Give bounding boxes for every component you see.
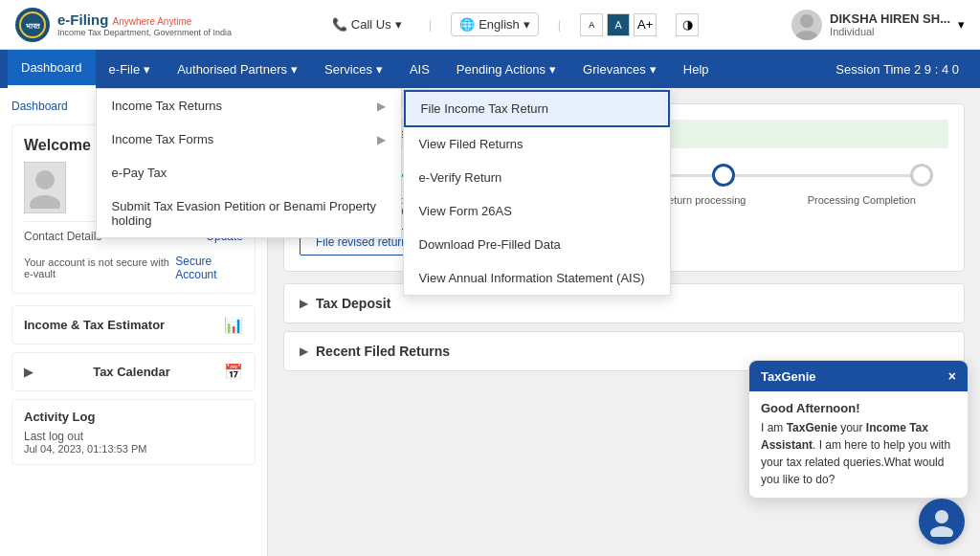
tax-calendar-section[interactable]: ▶ Tax Calendar 📅: [11, 352, 256, 391]
globe-icon: 🌐: [459, 17, 475, 32]
font-large-button[interactable]: A+: [634, 13, 657, 36]
svg-point-6: [935, 510, 948, 523]
call-us-label: Call Us: [351, 17, 391, 32]
submenu-arrow: ▶: [377, 100, 386, 113]
contrast-button[interactable]: ◑: [676, 13, 699, 36]
view-filed-label: View Filed Returns: [419, 137, 523, 151]
chatbot-close-button[interactable]: ×: [948, 368, 956, 384]
svg-text:भारत: भारत: [26, 22, 40, 31]
language-button[interactable]: 🌐 English ▾: [451, 12, 539, 36]
svg-point-4: [35, 170, 55, 189]
dropdown-submit-evasion[interactable]: Submit Tax Evasion Petition or Benami Pr…: [97, 189, 401, 237]
submenu-view-ais[interactable]: View Annual Information Statement (AIS): [404, 261, 670, 295]
nav-grievances[interactable]: Grievances ▾: [569, 50, 670, 88]
file-itr-label: File Income Tax Return: [421, 101, 548, 116]
nav-authorised-partners[interactable]: Authorised Partners ▾: [164, 50, 311, 88]
svg-point-7: [930, 526, 953, 537]
income-tax-estimator-title: Income & Tax Estimator: [24, 318, 165, 332]
income-tax-returns-submenu: File Income Tax Return View Filed Return…: [403, 89, 671, 296]
nav-authorised-label: Authorised Partners: [177, 62, 287, 77]
recent-filed-chevron: ▶: [300, 345, 308, 358]
calendar-icon: 📅: [224, 363, 243, 381]
pending-chevron: ▾: [549, 62, 556, 77]
timeline-node-processing: [712, 164, 735, 187]
everify-label: e-Verify Return: [419, 170, 502, 185]
top-bar: भारत e-Filing Anywhere Anytime Income Ta…: [0, 0, 980, 50]
chatbot-brand: TaxGenie: [787, 421, 837, 434]
submit-evasion-label: Submit Tax Evasion Petition or Benami Pr…: [112, 199, 386, 228]
chatbot-header: TaxGenie ×: [749, 361, 968, 391]
submenu-everify[interactable]: e-Verify Return: [404, 161, 670, 194]
efile-dropdown: Income Tax Returns ▶ File Income Tax Ret…: [96, 88, 402, 238]
chatbot-title: TaxGenie: [761, 369, 816, 384]
secure-account-link[interactable]: Secure Account: [175, 255, 243, 281]
nav-help-label: Help: [683, 62, 709, 77]
nav-help[interactable]: Help: [670, 50, 723, 88]
user-name: DIKSHA HIREN SH...: [830, 11, 950, 26]
chatbot-greeting: Good Afternoon!: [761, 401, 956, 415]
nav-efile-label: e-File: [109, 62, 141, 77]
session-label: Session Time: [835, 62, 910, 77]
font-small-button[interactable]: A: [580, 13, 603, 36]
estimator-icon: 📊: [224, 316, 243, 334]
nav-dashboard[interactable]: Dashboard: [8, 50, 96, 88]
dropdown-income-tax-returns[interactable]: Income Tax Returns ▶ File Income Tax Ret…: [97, 89, 401, 122]
activity-log-title: Activity Log: [24, 410, 243, 424]
avatar: [791, 10, 822, 40]
submenu-view-26as[interactable]: View Form 26AS: [404, 194, 670, 228]
user-info: DIKSHA HIREN SH... Individual: [830, 11, 950, 37]
contact-details-label: Contact Details: [24, 230, 101, 243]
language-label: English: [479, 17, 520, 32]
timeline-track-3: [735, 174, 910, 177]
logo-area: भारत e-Filing Anywhere Anytime Income Ta…: [15, 8, 232, 42]
nav-ais[interactable]: AIS: [396, 50, 443, 88]
chatbot-assistant-text: your: [837, 421, 866, 434]
income-tax-returns-label: Income Tax Returns: [112, 99, 222, 113]
last-log-out-label: Last log out: [24, 430, 83, 443]
lang-chevron: ▾: [523, 17, 530, 32]
nav-bar: Dashboard e-File ▾ Income Tax Returns ▶ …: [0, 50, 980, 88]
account-not-secure-text: Your account is not secure with e-vault: [24, 256, 175, 279]
phone-icon: 📞: [332, 17, 347, 32]
user-area: DIKSHA HIREN SH... Individual ▾: [791, 10, 965, 40]
submenu-file-itr[interactable]: File Income Tax Return: [404, 90, 670, 127]
auth-chevron: ▾: [291, 62, 298, 77]
contrast-icon: ◑: [682, 17, 693, 32]
user-chevron[interactable]: ▾: [958, 17, 965, 32]
chatbot-intro: I am: [761, 421, 787, 434]
completion-label: Processing Completion: [783, 194, 942, 206]
font-medium-button[interactable]: A: [607, 13, 630, 36]
nav-pending-label: Pending Actions: [457, 62, 546, 77]
nav-efile[interactable]: e-File ▾ Income Tax Returns ▶ File Incom…: [96, 50, 165, 88]
call-us-chevron: ▾: [395, 17, 402, 32]
income-tax-estimator-section[interactable]: Income & Tax Estimator 📊: [11, 305, 256, 345]
view-ais-label: View Annual Information Statement (AIS): [419, 271, 645, 285]
nav-ais-label: AIS: [410, 62, 430, 77]
dropdown-income-tax-forms[interactable]: Income Tax Forms ▶: [97, 122, 401, 156]
submenu-download-prefilled[interactable]: Download Pre-Filled Data: [404, 228, 670, 261]
chatbot-widget: TaxGenie × Good Afternoon! I am TaxGenie…: [748, 360, 969, 499]
download-prefilled-label: Download Pre-Filled Data: [419, 237, 561, 252]
tax-deposit-chevron: ▶: [300, 297, 308, 310]
submenu-view-filed[interactable]: View Filed Returns: [404, 127, 670, 161]
chatbot-avatar-button[interactable]: [919, 499, 965, 545]
dropdown-epay-tax[interactable]: e-Pay Tax: [97, 156, 401, 189]
chatbot-text: I am TaxGenie your Income Tax Assistant.…: [761, 419, 956, 488]
call-us-button[interactable]: 📞 Call Us ▾: [324, 13, 410, 35]
profile-avatar: [24, 162, 66, 213]
svg-point-5: [30, 195, 60, 209]
nav-pending-actions[interactable]: Pending Actions ▾: [443, 50, 569, 88]
timeline-label-completion: Processing Completion: [783, 194, 942, 217]
timeline-node-completion: [910, 164, 933, 187]
tax-calendar-chevron: ▶: [24, 365, 33, 379]
income-tax-forms-label: Income Tax Forms: [112, 132, 214, 146]
user-role: Individual: [830, 26, 950, 37]
nav-services[interactable]: Services ▾: [311, 50, 396, 88]
grievances-chevron: ▾: [650, 62, 657, 77]
services-chevron: ▾: [376, 62, 383, 77]
nav-services-label: Services: [324, 62, 372, 77]
separator-2: |: [558, 17, 561, 32]
last-log-out-value: Jul 04, 2023, 01:13:53 PM: [24, 443, 243, 455]
session-time: Session Time 2 9 : 4 0: [822, 62, 972, 77]
chatbot-body: Good Afternoon! I am TaxGenie your Incom…: [749, 391, 968, 498]
